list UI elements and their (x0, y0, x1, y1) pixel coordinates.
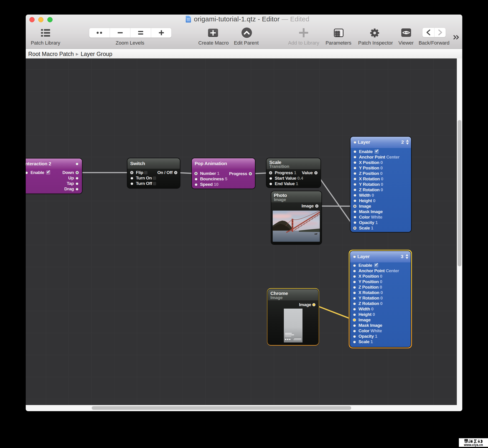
svg-text:www.ciya.cn: www.ciya.cn (464, 443, 483, 447)
